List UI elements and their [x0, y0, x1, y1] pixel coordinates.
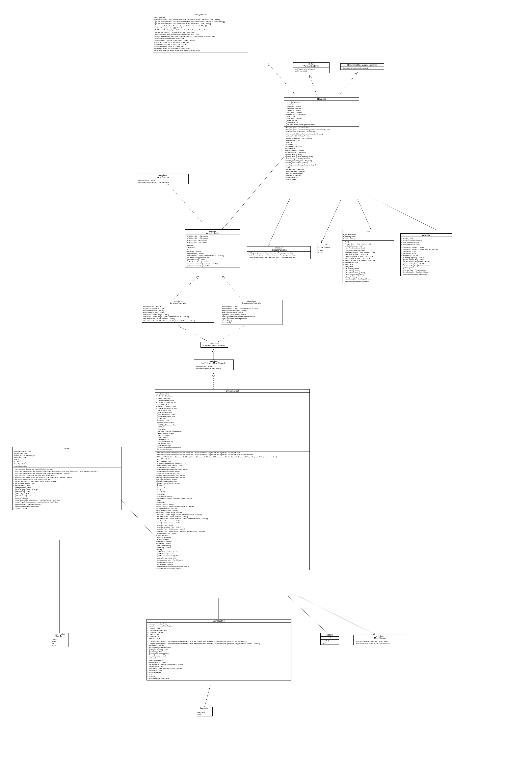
fields: # compass : DirectionFinder# regulator :… — [147, 623, 291, 640]
class-monitor: Monitor + more : boolean + Monitor()+ ru… — [321, 633, 339, 645]
svg-line-20 — [288, 596, 328, 633]
class-name: CompassPilot — [213, 620, 225, 622]
class-navigator: Navigator - _nav : Navigator.Nav- _path … — [284, 97, 359, 181]
svg-line-10 — [373, 199, 437, 230]
svg-line-21 — [298, 596, 375, 635]
stereotype: «interface» — [248, 247, 310, 249]
methods: + Monitor()+ run() — [321, 639, 339, 644]
literals: TRAVELROTATEARCSTOP — [51, 638, 68, 647]
class-movelistener: «interface»MoveListener + moveStarted(ev… — [353, 635, 407, 645]
svg-line-13 — [179, 326, 208, 341]
stereotype: «interface» — [354, 635, 406, 637]
stereotype: «interface» — [195, 360, 233, 362]
class-arcmovecontroller: «interface»ArcMoveController + getMinRad… — [142, 300, 214, 323]
class-name: ArcAlgorithms — [194, 13, 207, 16]
class-compasspilot: CompassPilot # compass : DirectionFinder… — [147, 619, 291, 681]
class-destinationunreachableexception: DestinationUnreachableException + Destin… — [340, 63, 384, 70]
stereotype: «interface» — [186, 230, 239, 232]
svg-line-6 — [222, 157, 284, 229]
class-name: Pose — [366, 231, 370, 233]
svg-line-11 — [173, 276, 198, 300]
methods: ~ Nav()+ run() — [318, 249, 336, 254]
class-name: Waypoint — [422, 234, 430, 236]
stereotype: «interface» — [138, 174, 188, 176]
methods: + DestinationUnreachableException() — [341, 67, 384, 70]
fields: + WHEEL_SIZE_NXT1 : double+ WHEEL_SIZE_N… — [185, 235, 240, 244]
class-move: Move - distanceTraveled : float- angleTu… — [12, 447, 121, 510]
class-name: WaypointListener — [303, 65, 319, 67]
class-arcalgorithms: ArcAlgorithms ~ ArcAlgorithms()+ getBest… — [153, 13, 248, 53]
class-linefollowingmovecontroller: «interface»LineFollowingMoveController +… — [194, 360, 234, 370]
fields: - turnRadius : float# _left : RegulatedM… — [155, 393, 309, 452]
methods: ~ Regulator()+ run() — [196, 711, 212, 716]
methods: + Move(distance : float, angle : float, … — [12, 468, 121, 510]
svg-line-5 — [167, 183, 208, 229]
class-name: Move — [65, 448, 69, 450]
class-name: Navigator — [318, 98, 326, 100]
class-name: Regulator — [200, 707, 208, 709]
svg-line-12 — [222, 276, 242, 300]
class-name: Monitor — [327, 634, 333, 636]
enum-movetype: «enumeration»MoveType TRAVELROTATEARCSTO… — [51, 633, 69, 647]
stereotype: «interface» — [222, 300, 281, 302]
stereotype: «interface» — [294, 63, 329, 65]
stereotype: «interface» — [143, 300, 213, 302]
class-pose: Pose # _location : Point# _heading : flo… — [342, 230, 394, 283]
class-name: NavigationListener — [271, 249, 287, 251]
svg-line-9 — [357, 199, 371, 230]
class-name: RotateMoveController — [242, 302, 261, 305]
methods: + rotate(angle : double)+ rotate(angle :… — [221, 305, 282, 324]
fields: - distanceTraveled : float- angleTurned … — [12, 450, 121, 468]
class-moveprovider: «interface»MoveProvider + getMovement() … — [137, 174, 189, 184]
svg-line-8 — [322, 199, 341, 243]
class-name: DestinationUnreachableException — [347, 64, 377, 66]
class-navigationlistener: «interface»NavigationListener + atWaypoi… — [247, 246, 311, 259]
svg-line-22 — [204, 685, 210, 707]
class-movecontroller: «interface»MoveController + WHEEL_SIZE_N… — [185, 229, 240, 268]
fields: + more : boolean — [321, 637, 339, 639]
methods: + Waypoint(x : double, y : double)+ Wayp… — [401, 246, 452, 276]
methods: + Pose()+ Pose(x : float, y : float, hea… — [342, 240, 393, 283]
stereotype: «enumeration» — [52, 633, 68, 635]
fields: - _nav : Navigator.Nav- _path : Path- _k… — [284, 101, 359, 127]
class-differentialpilot: DifferentialPilot - turnRadius : float# … — [155, 389, 310, 570]
methods: + atWaypoint(waypoint : Waypoint, pose :… — [247, 252, 311, 258]
methods: + steer(turnRate : double)+ steerBackwar… — [194, 365, 234, 370]
class-nav: Nav ~ more : boolean ~ Nav()+ run() — [317, 243, 336, 254]
svg-line-4 — [338, 73, 357, 97]
class-name: MoveListener — [374, 637, 386, 639]
class-name: MoveController — [206, 232, 219, 234]
class-rotatemovecontroller: «interface»RotateMoveController + rotate… — [221, 300, 282, 325]
class-waypointlistener: «interface»WaypointListener + addWaypoin… — [293, 62, 330, 73]
methods: + getMinRadius() : double+ setMinRadius(… — [142, 305, 214, 322]
svg-line-14 — [218, 326, 244, 341]
class-name: MoveProvider — [157, 176, 169, 178]
fields: # _location : Point# _heading : float# f… — [342, 233, 393, 240]
class-name: ArcRotateMoveController — [203, 344, 226, 347]
fields: ~ more : boolean — [318, 246, 336, 249]
class-name: LineFollowingMoveController — [201, 362, 227, 364]
fields: # heading : float# headingRequired : boo… — [401, 237, 452, 246]
methods: ~ ArcAlgorithms()+ getBestPath(start : P… — [153, 16, 248, 52]
class-name: ArcMoveController — [170, 302, 186, 305]
methods: + forward()+ backward()+ stop()+ isMovin… — [185, 244, 240, 267]
class-name: MoveType — [55, 635, 64, 637]
methods: + moveStarted(event : Move, mp : MovePro… — [354, 640, 407, 645]
methods: + Navigator(pilot : MoveController)+ Nav… — [284, 127, 359, 181]
methods: + CompassPilot(compass : DirectionFinder… — [147, 640, 291, 680]
class-regulator: Regulator ~ Regulator()+ run() — [196, 707, 212, 716]
class-arcrotatemovecontroller: «interface»ArcRotateMoveController — [200, 342, 228, 347]
class-waypoint: Waypoint # heading : float# headingRequi… — [401, 233, 452, 276]
class-name: DifferentialPilot — [226, 390, 239, 392]
stereotype: «interface» — [201, 342, 227, 344]
methods: + DifferentialPilot(wheelDiameter : doub… — [155, 452, 309, 570]
class-name: Nav — [325, 243, 329, 245]
svg-line-3 — [310, 75, 318, 97]
svg-line-7 — [268, 199, 290, 246]
methods: + addWaypoint(wp : Waypoint)+ pathGenera… — [293, 68, 329, 73]
methods: + getMovement() : Move+ addMoveListener(… — [137, 179, 188, 184]
